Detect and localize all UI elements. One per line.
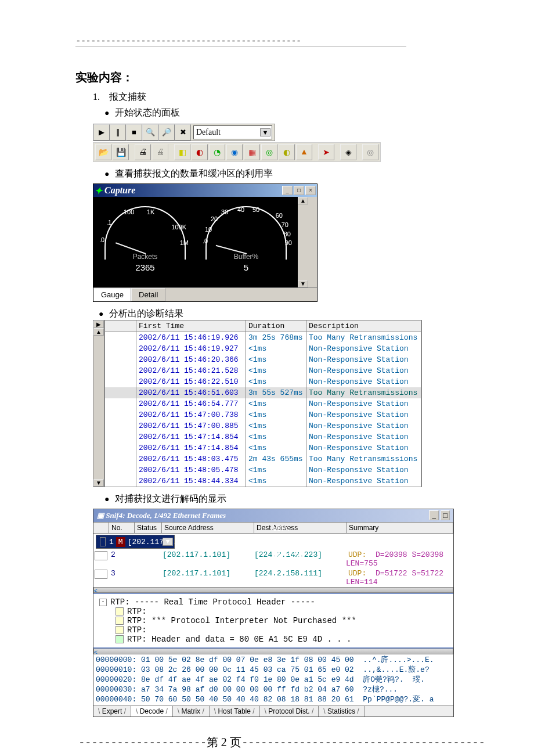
table-row[interactable]: 2002/6/11 15:48:03.4752m 43s 655msToo Ma…: [105, 453, 421, 465]
section-title: 实验内容：: [75, 70, 488, 85]
bullet-start-panel: 开始状态的面板: [104, 107, 488, 119]
tool2-icon[interactable]: ◐: [192, 144, 208, 160]
table-row[interactable]: 2002/6/11 15:46:19.9263m 25s 768msToo Ma…: [105, 332, 421, 343]
bullet-diag: 分析出的诊断结果: [99, 308, 488, 320]
close-button[interactable]: ×: [305, 186, 316, 195]
table-row[interactable]: 2002/6/11 15:47:14.854<1msNon-Responsive…: [105, 431, 421, 442]
tool10-icon[interactable]: ◈: [340, 144, 356, 160]
col-duration: Duration: [246, 321, 306, 332]
play-button[interactable]: ▶: [93, 124, 110, 141]
hex-dump: 00000000: 01 00 5e 02 8e df 00 07 0e e8 …: [93, 654, 453, 705]
table-row[interactable]: 2002/6/11 15:46:54.777<1msNon-Responsive…: [105, 398, 421, 409]
item-1: 1. 报文捕获: [93, 91, 488, 103]
bullet-decode: 对捕获报文进行解码的显示: [104, 493, 488, 505]
bullet-buffer: 查看捕获报文的数量和缓冲区的利用率: [104, 168, 488, 180]
app-icon: ✦: [95, 185, 102, 196]
diag-play[interactable]: ▶: [93, 321, 104, 328]
table-row[interactable]: 2002/6/11 15:46:51.6033m 55s 527msToo Ma…: [105, 387, 421, 398]
leaf-icon: [116, 626, 124, 634]
profile-select[interactable]: Default: [193, 125, 272, 139]
table-row[interactable]: 2002/6/11 15:46:19.927<1msNon-Responsive…: [105, 343, 421, 354]
col-no: No.: [109, 523, 135, 533]
col-description: Description: [306, 321, 421, 332]
collapse-icon[interactable]: -: [99, 599, 107, 606]
tool3-icon[interactable]: ◔: [209, 144, 225, 160]
table-row[interactable]: 2002/6/11 15:46:20.366<1msNon-Responsive…: [105, 354, 421, 365]
tool11-icon[interactable]: ◎: [362, 144, 378, 160]
col-summary: Summary: [347, 523, 453, 533]
packet-row[interactable]: 1M[202.117.1.101][224.2.142.223]UDP: D=2…: [96, 535, 175, 549]
diag-down[interactable]: ▼: [93, 479, 104, 487]
print-icon[interactable]: 🖨: [135, 144, 151, 160]
packet-row[interactable]: 3[202.117.1.101][224.2.158.111]UDP: D=51…: [93, 568, 453, 587]
maximize-button[interactable]: □: [294, 186, 304, 195]
bottom-tabs: Expert Decode Matrix Host Table Protocol…: [93, 705, 453, 717]
decode-icon: ▣: [97, 511, 104, 520]
table-row[interactable]: 2002/6/11 15:47:00.885<1msNon-Responsive…: [105, 420, 421, 431]
tab-expert[interactable]: Expert: [93, 706, 131, 717]
table-row[interactable]: 2002/6/11 15:47:14.854<1msNon-Responsive…: [105, 442, 421, 453]
page-footer: --------------------第 2 页---------------…: [75, 735, 488, 756]
col-first-time: First Time: [136, 321, 246, 332]
save-icon[interactable]: 💾: [113, 144, 129, 160]
table-row[interactable]: 2002/6/11 15:46:21.528<1msNon-Responsive…: [105, 365, 421, 376]
capture-title: Capture: [104, 185, 135, 196]
tool5-icon[interactable]: ▦: [244, 144, 260, 160]
table-row[interactable]: 2002/6/11 15:46:22.510<1msNon-Responsive…: [105, 376, 421, 387]
find-next-button[interactable]: 🔎: [158, 124, 175, 141]
tool4-icon[interactable]: ◉: [226, 144, 243, 160]
print-preview-icon[interactable]: 🖨: [152, 144, 168, 160]
table-row[interactable]: 2002/6/11 15:47:00.738<1msNon-Responsive…: [105, 409, 421, 420]
tab-decode[interactable]: Decode: [131, 706, 173, 717]
tab-detail[interactable]: Detail: [131, 288, 165, 301]
leaf-icon: [116, 617, 124, 625]
find-button[interactable]: 🔍: [142, 124, 158, 141]
open-icon[interactable]: 📂: [95, 144, 111, 160]
diag-up[interactable]: ▲: [93, 328, 104, 336]
tab-matrix[interactable]: Matrix: [173, 706, 210, 717]
leaf-icon: [116, 635, 124, 643]
decode-window: ▣ Snif4: Decode, 1/492 Ethernet Frames _…: [93, 509, 454, 717]
table-row[interactable]: 2002/6/11 15:48:44.334<1msNon-Responsive…: [105, 476, 421, 487]
tab-stats[interactable]: Statistics: [319, 706, 364, 717]
tool6-icon[interactable]: ◎: [261, 144, 277, 160]
diagnostic-table: First Time Duration Description 2002/6/1…: [104, 320, 422, 487]
leaf-icon: [116, 607, 124, 615]
pause-button[interactable]: ‖: [110, 124, 126, 141]
scroll-up[interactable]: ▲: [298, 197, 308, 204]
clear-button[interactable]: ✖: [175, 124, 191, 141]
decode-min[interactable]: _: [429, 510, 439, 520]
tab-host[interactable]: Host Table: [210, 706, 260, 717]
protocol-tree: -RTP: ----- Real Time Protocol Header --…: [93, 593, 453, 649]
col-status: Status: [135, 523, 162, 533]
decode-title: Snif4: Decode, 1/492 Ethernet Frames: [106, 511, 226, 520]
tool9-icon[interactable]: ➤: [318, 144, 334, 160]
minimize-button[interactable]: _: [282, 186, 293, 195]
tab-gauge[interactable]: Gauge: [93, 288, 131, 301]
table-row[interactable]: 2002/6/11 15:48:05.478<1msNon-Responsive…: [105, 465, 421, 476]
icon-toolbar: 📂 💾 🖨 🖨 ◧ ◐ ◔ ◉ ▦ ◎ ◐ ▲ ➤ ◈ ◎: [93, 142, 381, 162]
tool1-icon[interactable]: ◧: [174, 144, 190, 160]
scroll-down[interactable]: ▼: [298, 280, 308, 287]
playback-toolbar: ▶ ‖ ■ 🔍 🔎 ✖ Default: [93, 124, 275, 141]
capture-window: ✦Capture _□× .0 .1 100 1K 100K 1M Packet…: [93, 183, 317, 302]
stop-button[interactable]: ■: [126, 124, 142, 141]
packets-gauge: .0 .1 100 1K 100K 1M Packets 2365: [96, 201, 194, 283]
tab-protocol[interactable]: Protocol Dist.: [260, 706, 319, 717]
col-src: Source Address: [162, 523, 254, 533]
decode-max[interactable]: □: [441, 510, 450, 520]
tool8-icon[interactable]: ▲: [296, 144, 312, 160]
tool7-icon[interactable]: ◐: [279, 144, 295, 160]
buffer-gauge: .0 10 20 30 40 50 60 70 80 90 Buffer% 5: [197, 201, 295, 283]
